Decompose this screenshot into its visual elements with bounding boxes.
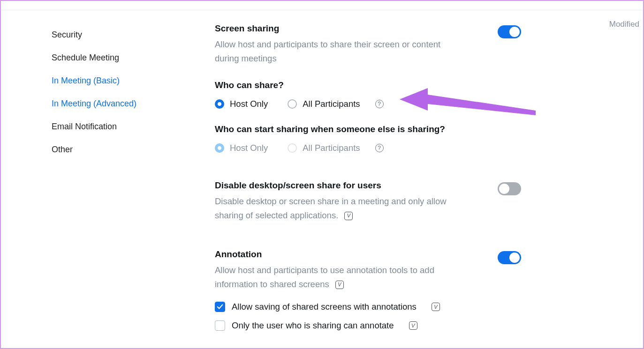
screen-sharing-title: Screen sharing — [215, 23, 624, 34]
info-box-icon[interactable]: V — [335, 281, 344, 289]
who-can-start-sharing-row: Host Only All Participants ? — [215, 143, 624, 153]
radio-host-only-disabled: Host Only — [215, 143, 268, 153]
checkbox-allow-saving[interactable] — [215, 302, 225, 312]
settings-main: Screen sharing Allow host and participan… — [171, 10, 643, 348]
help-icon[interactable]: ? — [375, 100, 384, 108]
help-icon[interactable]: ? — [375, 144, 384, 152]
sidebar-item-email-notification[interactable]: Email Notification — [52, 115, 171, 138]
disable-desktop-toggle[interactable] — [498, 182, 521, 195]
radio-dot-icon — [215, 99, 224, 109]
sidebar-item-in-meeting-basic[interactable]: In Meeting (Basic) — [52, 69, 171, 92]
disable-desktop-desc-text: Disable desktop or screen share in a mee… — [215, 196, 447, 220]
who-can-share-row: Host Only All Participants ? — [215, 99, 624, 109]
check-icon — [217, 304, 223, 310]
check-label: Only the user who is sharing can annotat… — [232, 320, 394, 331]
screen-sharing-toggle[interactable] — [498, 25, 521, 38]
radio-dot-icon — [288, 143, 297, 153]
annotation-title: Annotation — [215, 249, 624, 260]
setting-screen-sharing: Screen sharing Allow host and participan… — [215, 23, 624, 153]
checkbox-only-sharer[interactable] — [215, 320, 225, 331]
radio-dot-icon — [215, 143, 224, 153]
who-can-start-sharing-label: Who can start sharing when someone else … — [215, 124, 624, 134]
sidebar-item-schedule-meeting[interactable]: Schedule Meeting — [52, 46, 171, 69]
who-can-share-label: Who can share? — [215, 80, 624, 90]
setting-disable-desktop: Disable desktop/screen share for users D… — [215, 180, 624, 222]
annotation-desc-text: Allow host and participants to use annot… — [215, 265, 434, 289]
content-container: Security Schedule Meeting In Meeting (Ba… — [1, 10, 643, 348]
annotation-check-row-2: Only the user who is sharing can annotat… — [215, 320, 624, 331]
sidebar-item-security[interactable]: Security — [52, 23, 171, 46]
top-divider — [1, 1, 643, 10]
info-box-icon[interactable]: V — [344, 212, 353, 220]
radio-label: All Participants — [303, 99, 360, 109]
settings-sidebar: Security Schedule Meeting In Meeting (Ba… — [11, 10, 171, 348]
annotation-desc: Allow host and participants to use annot… — [215, 263, 459, 291]
info-box-icon[interactable]: V — [409, 321, 417, 330]
radio-label: All Participants — [303, 143, 360, 153]
radio-all-participants-disabled: All Participants — [288, 143, 360, 153]
sidebar-item-in-meeting-advanced[interactable]: In Meeting (Advanced) — [52, 92, 171, 115]
check-label: Allow saving of shared screens with anno… — [232, 302, 417, 312]
disable-desktop-desc: Disable desktop or screen share in a mee… — [215, 194, 459, 222]
radio-host-only[interactable]: Host Only — [215, 99, 268, 109]
toggle-knob — [509, 27, 520, 37]
radio-label: Host Only — [230, 143, 268, 153]
toggle-knob — [509, 252, 520, 263]
left-gutter — [1, 10, 11, 348]
setting-annotation: Annotation Allow host and participants t… — [215, 249, 624, 330]
screen-sharing-desc: Allow host and participants to share the… — [215, 37, 459, 65]
annotation-check-row-1: Allow saving of shared screens with anno… — [215, 302, 624, 312]
annotation-toggle[interactable] — [498, 251, 521, 264]
radio-all-participants[interactable]: All Participants — [288, 99, 360, 109]
toggle-knob — [499, 184, 509, 194]
disable-desktop-title: Disable desktop/screen share for users — [215, 180, 624, 191]
info-box-icon[interactable]: V — [432, 303, 440, 311]
radio-label: Host Only — [230, 99, 268, 109]
radio-dot-icon — [288, 99, 297, 109]
sidebar-item-other[interactable]: Other — [52, 138, 171, 161]
